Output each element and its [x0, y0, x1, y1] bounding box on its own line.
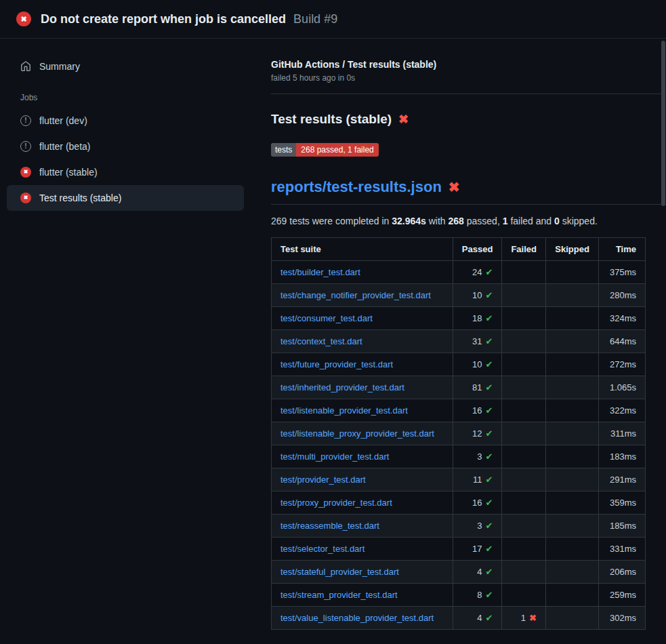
table-row: test/context_test.dart31✔644ms	[272, 330, 646, 353]
suite-cell: test/context_test.dart	[272, 330, 453, 353]
suite-link[interactable]: test/selector_test.dart	[280, 544, 365, 554]
suite-link[interactable]: test/value_listenable_provider_test.dart	[280, 613, 434, 623]
table-row: test/consumer_test.dart18✔324ms	[272, 307, 646, 330]
suite-link[interactable]: test/reassemble_test.dart	[280, 521, 379, 531]
test-summary-line: 269 tests were completed in 32.964s with…	[271, 216, 646, 226]
time-cell: 644ms	[598, 330, 645, 353]
count: 17	[472, 544, 482, 554]
tests-badge: tests 268 passed, 1 failed	[271, 143, 379, 157]
passed-cell: 17✔	[453, 538, 502, 561]
suite-link[interactable]: test/proxy_provider_test.dart	[280, 498, 392, 508]
column-header-failed: Failed	[502, 238, 546, 261]
passed-cell: 4✔	[453, 607, 502, 630]
failed-cell	[502, 353, 546, 376]
run-title: Do not create report when job is cancell…	[41, 12, 337, 26]
passed-cell: 8✔	[453, 584, 502, 607]
passed-cell: 16✔	[453, 491, 502, 515]
suite-link[interactable]: test/listenable_proxy_provider_test.dart	[280, 428, 434, 439]
x-circle-icon: ✖	[20, 167, 31, 178]
failed-cell: 1✖	[502, 607, 546, 630]
failed-x-icon: ✖	[449, 179, 460, 195]
skipped-cell	[545, 468, 598, 491]
sidebar-item-summary[interactable]: Summary	[7, 54, 244, 79]
neutral-circle-icon: !	[20, 115, 31, 126]
failed-cell	[502, 284, 546, 307]
job-label: flutter (stable)	[39, 167, 98, 178]
skipped-cell	[545, 584, 598, 607]
divider	[271, 94, 666, 94]
summary-text: 269 tests were completed in	[271, 216, 392, 226]
passed-cell: 12✔	[453, 422, 502, 445]
run-header: ✖ Do not create report when job is cance…	[0, 0, 666, 39]
job-label: flutter (beta)	[39, 141, 90, 152]
suite-cell: test/selector_test.dart	[272, 538, 453, 561]
time-cell: 259ms	[598, 584, 645, 607]
count: 8	[477, 590, 482, 600]
jobs-section-label: Jobs	[7, 79, 244, 108]
suite-link[interactable]: test/change_notifier_provider_test.dart	[280, 290, 431, 300]
table-row: test/value_listenable_provider_test.dart…	[272, 607, 646, 630]
summary-number: 268	[449, 216, 464, 226]
home-icon	[20, 61, 31, 72]
suite-link[interactable]: test/future_provider_test.dart	[280, 359, 393, 369]
skipped-cell	[545, 445, 598, 468]
failed-cell	[502, 561, 546, 584]
passed-cell: 3✔	[453, 445, 502, 468]
suite-link[interactable]: test/multi_provider_test.dart	[280, 451, 389, 462]
suite-link[interactable]: test/inherited_provider_test.dart	[280, 382, 404, 393]
neutral-circle-icon: !	[20, 141, 31, 152]
skipped-cell	[545, 491, 598, 515]
sidebar-job-flutter-beta[interactable]: !flutter (beta)	[7, 134, 244, 159]
passed-cell: 81✔	[453, 376, 502, 399]
failed-cell	[502, 515, 546, 538]
skipped-cell	[545, 284, 598, 307]
time-cell: 183ms	[598, 445, 645, 468]
suite-link[interactable]: test/context_test.dart	[280, 336, 362, 346]
skipped-cell	[545, 561, 598, 584]
x-glyph: ✖	[20, 16, 26, 23]
suite-link[interactable]: test/stream_provider_test.dart	[280, 590, 398, 600]
divider	[271, 204, 666, 205]
suite-link[interactable]: test/listenable_provider_test.dart	[280, 405, 408, 416]
table-row: test/multi_provider_test.dart3✔183ms	[272, 445, 646, 468]
column-header-passed: Passed	[453, 238, 502, 261]
report-title: reports/test-results.json ✖	[271, 178, 646, 196]
suite-link[interactable]: test/builder_test.dart	[280, 267, 360, 277]
failed-x-icon: ✖	[398, 112, 409, 127]
passed-cell: 10✔	[453, 284, 502, 307]
count: 16	[472, 498, 482, 508]
suite-cell: test/reassemble_test.dart	[272, 515, 453, 538]
failed-cell	[502, 399, 546, 422]
suite-link[interactable]: test/stateful_provider_test.dart	[280, 567, 399, 577]
passed-cell: 11✔	[453, 468, 502, 491]
count: 24	[472, 267, 482, 277]
suite-link[interactable]: test/provider_test.dart	[280, 475, 366, 485]
section-title-text: Test results (stable)	[271, 112, 392, 127]
time-cell: 331ms	[598, 538, 645, 561]
sidebar-job-test-results-stable[interactable]: ✖Test results (stable)	[7, 185, 244, 211]
failed-cell	[502, 584, 546, 607]
sidebar-job-flutter-dev[interactable]: !flutter (dev)	[7, 108, 244, 134]
count: 3	[477, 521, 482, 531]
failed-cell	[502, 538, 546, 561]
suite-cell: test/provider_test.dart	[272, 468, 453, 491]
report-link[interactable]: reports/test-results.json	[271, 178, 442, 196]
job-label: flutter (dev)	[39, 115, 87, 126]
table-row: test/future_provider_test.dart10✔272ms	[272, 353, 646, 376]
time-cell: 206ms	[598, 561, 645, 584]
count: 10	[472, 359, 482, 369]
check-icon: ✔	[486, 313, 493, 323]
count: 4	[477, 567, 482, 577]
summary-text: passed,	[464, 216, 503, 226]
jobs-list: !flutter (dev)!flutter (beta)✖flutter (s…	[7, 108, 244, 211]
scrollbar-thumb[interactable]	[661, 41, 665, 206]
sidebar-job-flutter-stable[interactable]: ✖flutter (stable)	[7, 159, 244, 185]
x-circle-icon: ✖	[20, 193, 31, 203]
time-cell: 272ms	[598, 353, 645, 376]
table-row: test/selector_test.dart17✔331ms	[272, 538, 646, 561]
run-failed-status-icon: ✖	[16, 12, 31, 26]
count: 1	[521, 613, 526, 623]
time-cell: 291ms	[598, 468, 645, 491]
suite-link[interactable]: test/consumer_test.dart	[280, 313, 373, 323]
check-icon: ✔	[486, 336, 493, 346]
